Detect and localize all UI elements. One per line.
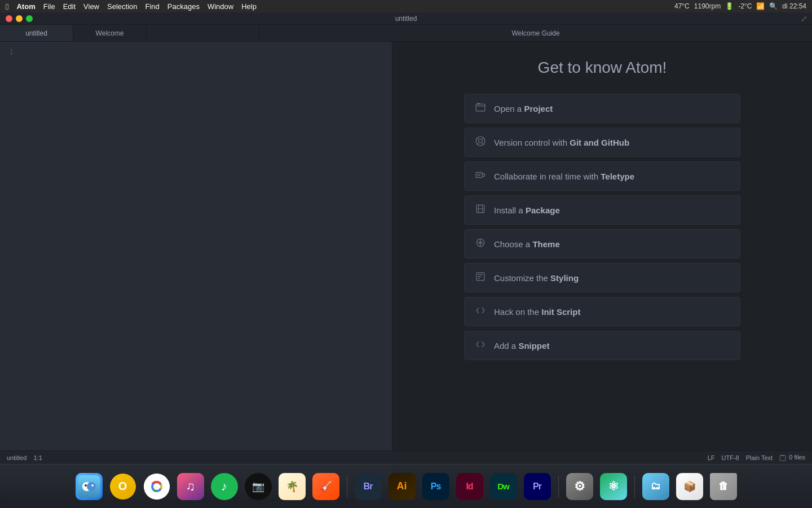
main-area: 1 Get to know Atom! Open a Project [0, 42, 812, 494]
tabs-row: untitled Welcome Welcome Guide [0, 25, 812, 42]
dock-finder[interactable] [74, 471, 104, 502]
time-display: di 22:54 [782, 2, 806, 10]
teletype-icon [475, 170, 486, 182]
guide-items: Open a Project Version control with Git … [464, 94, 740, 360]
menu-edit[interactable]: Edit [63, 2, 76, 11]
dock-separator-2 [558, 475, 559, 498]
apple-menu[interactable]:  [6, 2, 8, 11]
dock-finder2[interactable]: 🗂 [641, 471, 671, 502]
menu-atom[interactable]: Atom [16, 2, 35, 11]
status-files: 0 files [779, 454, 805, 461]
maximize-button[interactable] [26, 15, 33, 22]
dock-trash[interactable]: 🗑 [708, 471, 739, 502]
status-position[interactable]: 1:1 [33, 454, 42, 461]
menu-packages[interactable]: Packages [167, 2, 200, 11]
svg-point-17 [153, 483, 160, 490]
line-number-1: 1 [0, 46, 392, 58]
guide-item-init-text: Hack on the Init Script [494, 307, 580, 317]
svg-rect-9 [780, 456, 785, 461]
dock-spotify[interactable]: ♪ [209, 471, 240, 502]
dock-garageband[interactable]: 🎸 [311, 471, 341, 502]
svg-point-12 [87, 482, 96, 491]
menu-help[interactable]: Help [241, 2, 257, 11]
dock-camera[interactable]: 📷 [243, 471, 273, 502]
status-filename: untitled [7, 454, 27, 461]
dock-systemprefs[interactable]: ⚙ [564, 471, 595, 502]
dock: O ♫ ♪ 📷 🌴 🎸 Br Ai Ps [0, 464, 812, 508]
guide-item-teletype[interactable]: Collaborate in real time with Teletype [464, 161, 740, 191]
menubar-right: 47°C 1190rpm 🔋 -2°C 📶 🔍 di 22:54 [674, 2, 806, 10]
guide-item-git-text: Version control with Git and GitHub [494, 138, 629, 147]
guide-item-package-text: Install a Package [494, 205, 560, 215]
statusbar-right: LF UTF-8 Plain Text 0 files [708, 454, 805, 461]
tab-welcome-guide[interactable]: Welcome Guide [259, 25, 812, 41]
dock-dreamweaver[interactable]: Dw [488, 471, 519, 502]
statusbar-left: untitled 1:1 [7, 454, 42, 461]
battery-temp: -2°C [738, 2, 752, 10]
menu-find[interactable]: Find [145, 2, 160, 11]
svg-point-3 [479, 139, 483, 143]
guide-item-project[interactable]: Open a Project [464, 94, 740, 123]
guide-item-init[interactable]: Hack on the Init Script [464, 297, 740, 326]
cpu-temp: 47°C [674, 2, 690, 10]
status-grammar[interactable]: Plain Text [746, 454, 773, 461]
menu-view[interactable]: View [83, 2, 99, 11]
dock-chromium[interactable] [142, 471, 172, 502]
git-icon [475, 136, 486, 148]
guide-item-snippet-text: Add a Snippet [494, 341, 549, 351]
dock-separator-1 [347, 475, 347, 498]
dock-opera[interactable]: O [108, 471, 138, 502]
dock-itunes[interactable]: ♫ [175, 471, 206, 502]
dock-photoshop[interactable]: Ps [421, 471, 451, 502]
svg-point-13 [85, 484, 87, 487]
window-title: untitled [395, 15, 417, 23]
wifi-icon[interactable]: 📶 [756, 2, 765, 10]
battery-icon: 🔋 [725, 2, 734, 10]
dock-photos[interactable]: 🌴 [277, 471, 307, 502]
status-encoding[interactable]: UTF-8 [722, 454, 739, 461]
close-button[interactable] [6, 15, 12, 22]
statusbar: untitled 1:1 LF UTF-8 Plain Text 0 files [0, 450, 812, 464]
menu-window[interactable]: Window [208, 2, 233, 11]
editor-panel[interactable]: 1 [0, 42, 392, 494]
dock-archive[interactable]: 📦 [674, 471, 705, 502]
menu-selection[interactable]: Selection [107, 2, 137, 11]
svg-rect-1 [477, 103, 480, 104]
guide-item-theme-text: Choose a Theme [494, 239, 560, 249]
svg-rect-0 [476, 104, 485, 111]
menubar:  Atom File Edit View Selection Find Pac… [0, 0, 812, 12]
status-line-ending[interactable]: LF [708, 454, 715, 461]
guide-item-package[interactable]: Install a Package [464, 195, 740, 225]
line-numbers: 1 [0, 42, 392, 63]
project-icon [475, 102, 486, 115]
init-icon [475, 305, 486, 318]
spotlight-icon[interactable]: 🔍 [769, 2, 778, 10]
theme-icon [475, 238, 486, 250]
titlebar: untitled ⤢ [0, 12, 812, 25]
svg-point-14 [91, 484, 94, 487]
dock-indesign[interactable]: Id [454, 471, 485, 502]
dock-atom[interactable]: ⚛ [598, 471, 629, 502]
fan-rpm: 1190rpm [694, 2, 721, 10]
resize-icon[interactable]: ⤢ [801, 14, 807, 23]
guide-item-theme[interactable]: Choose a Theme [464, 229, 740, 259]
tab-welcome[interactable]: Welcome [73, 25, 147, 41]
package-icon [475, 204, 486, 216]
dock-illustrator[interactable]: Ai [387, 471, 417, 502]
snippet-icon [475, 339, 486, 352]
guide-item-styling-text: Customize the Styling [494, 273, 579, 283]
traffic-lights [6, 15, 33, 22]
dock-bridge[interactable]: Br [353, 471, 383, 502]
guide-item-teletype-text: Collaborate in real time with Teletype [494, 172, 634, 181]
tab-untitled[interactable]: untitled [0, 25, 73, 41]
guide-item-project-text: Open a Project [494, 104, 553, 113]
welcome-title: Get to know Atom! [538, 59, 667, 77]
guide-item-git[interactable]: Version control with Git and GitHub [464, 128, 740, 157]
guide-item-styling[interactable]: Customize the Styling [464, 263, 740, 292]
dock-separator-3 [634, 475, 635, 498]
styling-icon [475, 271, 486, 284]
dock-premiere[interactable]: Pr [522, 471, 553, 502]
guide-item-snippet[interactable]: Add a Snippet [464, 331, 740, 360]
menu-file[interactable]: File [43, 2, 55, 11]
minimize-button[interactable] [16, 15, 23, 22]
